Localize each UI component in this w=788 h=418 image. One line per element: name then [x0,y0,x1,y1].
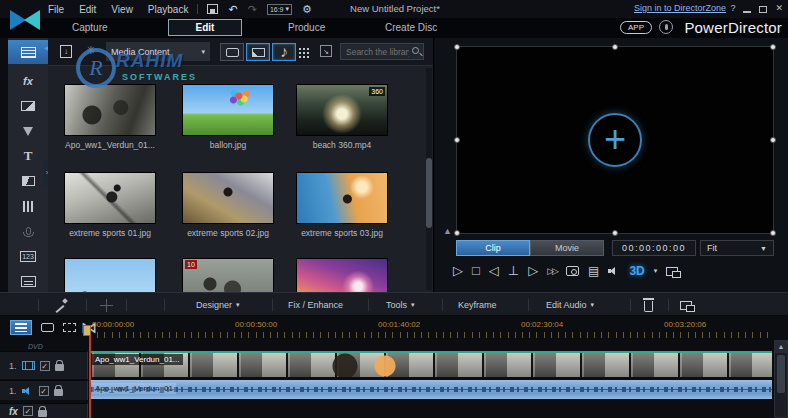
undock-preview-icon[interactable] [666,267,678,276]
search-icon[interactable] [412,47,419,54]
aspect-ratio-dropdown[interactable]: 16:9 ▾ [267,4,292,15]
keyframe-button[interactable]: Keyframe [458,297,497,313]
sidebar-item-title-room[interactable]: T [8,144,48,168]
sidebar-item-subtitle-room[interactable] [8,269,48,293]
lock-icon[interactable] [55,364,64,371]
library-scrollbar[interactable] [426,68,432,290]
snapshot-camera-icon[interactable] [566,266,579,276]
selection-handle[interactable] [770,230,776,236]
track-enable-checkbox[interactable]: ✓ [23,406,33,416]
selection-handle[interactable] [612,44,618,50]
app-logo-icon [8,8,42,32]
edit-audio-button[interactable]: Edit Audio ▾ [546,297,594,313]
menu-playback[interactable]: Playback [148,4,189,15]
import-media-icon[interactable]: ↓ [60,45,72,58]
media-content-dropdown[interactable]: Media Content ▾ [106,42,210,61]
scrollbar-thumb[interactable] [777,355,785,393]
track-number: 1. [9,361,17,371]
selection-handle[interactable] [770,44,776,50]
room-panel-button[interactable] [680,297,692,313]
filter-video-button[interactable] [220,43,244,61]
app-badge[interactable]: APP [620,21,652,34]
media-item-thumbnail[interactable] [296,258,388,292]
3d-mode-button[interactable]: 3D [629,264,644,278]
previous-frame-button[interactable]: ◁ [489,263,499,279]
maximize-button[interactable] [759,6,767,13]
plugins-icon[interactable]: ✳ [86,44,95,57]
menu-edit[interactable]: Edit [79,4,96,15]
media-item-thumbnail[interactable] [182,84,274,136]
media-item-thumbnail[interactable]: 10 [182,258,274,292]
help-button[interactable]: ? [730,2,735,15]
media-item-thumbnail[interactable] [64,258,156,292]
designer-menu-button[interactable]: Designer ▾ [196,297,240,313]
sidebar-item-voice-over[interactable] [8,219,48,243]
preview-quality-icon[interactable]: ▤ [588,264,599,278]
volume-speaker-icon[interactable] [608,265,620,277]
media-item-thumbnail[interactable] [296,172,388,224]
signin-directorzone-link[interactable]: Sign in to DirectorZone [634,3,726,13]
timeline-ruler[interactable]: 00:00:00:00 00:00:50:00 00:01:40:02 00:0… [88,318,772,340]
movie-mode-button[interactable]: Movie [530,240,604,256]
minimize-button[interactable] [743,4,751,13]
fix-enhance-button[interactable]: Fix / Enhance [288,297,343,313]
sidebar-item-chapter-room[interactable]: 123 [8,244,48,268]
selection-handle[interactable] [612,230,618,236]
media-item-label: beach 360.mp4 [287,140,397,150]
timeline-scrollbar[interactable]: ▲ [774,340,788,418]
selection-handle[interactable] [454,230,460,236]
media-item-thumbnail[interactable]: 360 [296,84,388,136]
save-icon[interactable] [207,4,218,14]
microphone-icon[interactable] [659,20,673,34]
thumbnail-size-icon[interactable]: ↘ [320,45,332,57]
playhead-line[interactable] [89,325,91,418]
tab-capture[interactable]: Capture [72,22,108,33]
delete-button[interactable] [644,297,653,313]
timeline-view-button[interactable] [10,320,32,335]
clip-mode-button[interactable]: Clip [456,240,530,256]
stop-button[interactable]: □ [472,263,480,279]
menu-file[interactable]: File [48,4,64,15]
range-select-button[interactable] [58,320,80,335]
scrollbar-thumb[interactable] [426,158,432,228]
grid-view-icon[interactable] [298,47,309,58]
undo-icon[interactable]: ↶ [228,3,237,16]
close-button[interactable]: ✕ [775,2,783,15]
filter-photo-button[interactable] [246,43,270,61]
zoom-fit-dropdown[interactable]: Fit ▼ [700,240,774,256]
tab-edit[interactable]: Edit [168,19,242,36]
lock-icon[interactable] [38,410,47,417]
video-clip[interactable]: Apo_ww1_Verdun_01... [90,351,772,377]
magic-tools-button[interactable] [54,297,67,313]
tools-menu-button[interactable]: Tools ▾ [386,297,415,313]
seek-marker-button[interactable]: ⊥ [508,263,519,279]
sidebar-item-pip-objects[interactable] [8,94,48,118]
sidebar-item-audio-mixing[interactable] [8,194,48,218]
sidebar-item-particle-room[interactable] [8,119,48,143]
add-media-plus-button[interactable]: + [588,113,642,167]
track-enable-checkbox[interactable]: ✓ [40,361,50,371]
sidebar-item-transition-room[interactable] [8,169,48,193]
selection-handle[interactable] [454,44,460,50]
lock-icon[interactable] [54,389,63,396]
tab-produce[interactable]: Produce [288,22,325,33]
play-button[interactable]: ▷ [453,263,463,279]
selection-handle[interactable] [770,137,776,143]
filter-music-button[interactable]: ♪ [272,43,296,61]
fast-forward-button[interactable]: ▷▷ [547,263,557,279]
track-enable-checkbox[interactable]: ✓ [39,386,49,396]
tab-create-disc[interactable]: Create Disc [385,22,437,33]
3d-dropdown-arrow-icon[interactable]: ▾ [654,267,658,275]
audio-clip[interactable]: Apo_ww1_Verdun_01 [90,380,772,399]
storyboard-view-button[interactable] [36,320,58,335]
media-item-thumbnail[interactable] [182,172,274,224]
menu-view[interactable]: View [111,4,133,15]
media-item-thumbnail[interactable] [64,84,156,136]
scroll-up-arrow-icon[interactable]: ▲ [775,341,787,353]
next-frame-button[interactable]: ▷ [528,263,538,279]
selection-handle[interactable] [454,137,460,143]
playhead-marker[interactable] [83,325,91,336]
media-item-thumbnail[interactable] [64,172,156,224]
sidebar-item-media-room[interactable] [8,40,48,64]
sidebar-item-effect-room[interactable]: fx [8,69,48,93]
